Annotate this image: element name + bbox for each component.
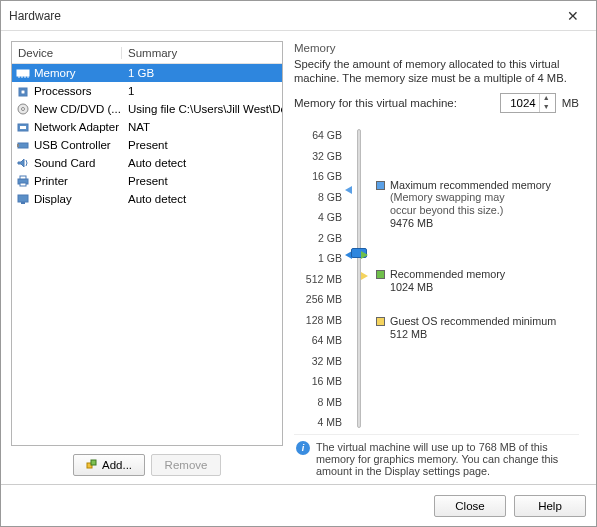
content-area: Device Summary Memory1 GBProcessors1New … bbox=[1, 31, 596, 484]
help-button[interactable]: Help bbox=[514, 495, 586, 517]
dialog-footer: Close Help bbox=[1, 484, 596, 526]
device-name: Network Adapter bbox=[34, 121, 119, 133]
triangle-icon bbox=[345, 186, 352, 194]
legend-max-value: 9476 MB bbox=[390, 217, 551, 230]
device-summary: Present bbox=[122, 175, 282, 187]
tick-label: 16 GB bbox=[294, 170, 342, 182]
device-row[interactable]: USB ControllerPresent bbox=[12, 136, 282, 154]
svg-rect-15 bbox=[20, 176, 26, 179]
device-row[interactable]: Network AdapterNAT bbox=[12, 118, 282, 136]
col-summary-header[interactable]: Summary bbox=[122, 47, 282, 59]
help-label: Help bbox=[538, 500, 562, 512]
sound-icon bbox=[16, 157, 30, 169]
marker-min bbox=[348, 272, 368, 280]
close-icon[interactable]: ✕ bbox=[558, 8, 588, 24]
memory-unit: MB bbox=[562, 97, 579, 109]
svg-rect-6 bbox=[21, 90, 25, 94]
tick-label: 64 MB bbox=[294, 334, 342, 346]
legend-swatch-rec bbox=[376, 270, 385, 279]
device-row[interactable]: PrinterPresent bbox=[12, 172, 282, 190]
device-panel: Device Summary Memory1 GBProcessors1New … bbox=[11, 41, 283, 480]
info-text: The virtual machine will use up to 768 M… bbox=[316, 441, 577, 477]
cpu-icon bbox=[16, 85, 30, 97]
device-name: Sound Card bbox=[34, 157, 95, 169]
device-summary: 1 bbox=[122, 85, 282, 97]
legend-max-sub1: (Memory swapping may bbox=[390, 191, 551, 204]
legend-min-label: Guest OS recommended minimum bbox=[390, 315, 556, 328]
device-row[interactable]: Memory1 GB bbox=[12, 64, 282, 82]
device-summary: Auto detect bbox=[122, 157, 282, 169]
device-name: Printer bbox=[34, 175, 68, 187]
tick-label: 8 GB bbox=[294, 191, 342, 203]
tick-label: 512 MB bbox=[294, 273, 342, 285]
device-summary: Present bbox=[122, 139, 282, 151]
remove-label: Remove bbox=[165, 459, 208, 471]
memory-input[interactable] bbox=[501, 96, 539, 110]
info-note: i The virtual machine will use up to 768… bbox=[294, 434, 579, 479]
svg-rect-12 bbox=[17, 144, 19, 147]
tick-label: 16 MB bbox=[294, 375, 342, 387]
tick-label: 32 GB bbox=[294, 150, 342, 162]
tick-label: 1 GB bbox=[294, 252, 342, 264]
tick-label: 256 MB bbox=[294, 293, 342, 305]
slider-ticks: 64 GB32 GB16 GB8 GB4 GB2 GB1 GB512 MB256… bbox=[294, 127, 342, 430]
usb-icon bbox=[16, 139, 30, 151]
tick-label: 8 MB bbox=[294, 396, 342, 408]
add-icon bbox=[86, 458, 98, 472]
svg-rect-11 bbox=[18, 143, 28, 148]
triangle-icon bbox=[361, 272, 368, 280]
legend-rec-label: Recommended memory bbox=[390, 268, 505, 281]
device-list-header: Device Summary bbox=[12, 42, 282, 64]
device-row[interactable]: New CD/DVD (...Using file C:\Users\Jill … bbox=[12, 100, 282, 118]
tick-label: 4 GB bbox=[294, 211, 342, 223]
device-buttons: Add... Remove bbox=[11, 446, 283, 480]
close-label: Close bbox=[455, 500, 484, 512]
tick-label: 32 MB bbox=[294, 355, 342, 367]
window-title: Hardware bbox=[9, 9, 61, 23]
device-row[interactable]: Processors1 bbox=[12, 82, 282, 100]
memory-panel: Memory Specify the amount of memory allo… bbox=[291, 41, 586, 480]
spinner-up-icon[interactable]: ▲ bbox=[540, 94, 553, 103]
spinner-arrows[interactable]: ▲ ▼ bbox=[539, 94, 553, 112]
marker-max bbox=[348, 186, 368, 194]
remove-button[interactable]: Remove bbox=[151, 454, 221, 476]
device-summary: 1 GB bbox=[122, 67, 282, 79]
col-device-header[interactable]: Device bbox=[12, 47, 122, 59]
device-list: Device Summary Memory1 GBProcessors1New … bbox=[11, 41, 283, 446]
svg-rect-17 bbox=[18, 195, 28, 202]
device-summary: Auto detect bbox=[122, 193, 282, 205]
slider-legend: Maximum recommended memory (Memory swapp… bbox=[376, 127, 579, 430]
device-name: Processors bbox=[34, 85, 92, 97]
device-summary: NAT bbox=[122, 121, 282, 133]
triangle-icon bbox=[361, 251, 368, 259]
device-row[interactable]: Sound CardAuto detect bbox=[12, 154, 282, 172]
add-button[interactable]: Add... bbox=[73, 454, 145, 476]
memory-icon bbox=[16, 67, 30, 79]
memory-spinner[interactable]: ▲ ▼ bbox=[500, 93, 556, 113]
memory-input-row: Memory for this virtual machine: ▲ ▼ MB bbox=[294, 93, 579, 113]
display-icon bbox=[16, 193, 30, 205]
slider-track-column[interactable] bbox=[348, 127, 370, 430]
svg-rect-18 bbox=[21, 202, 25, 204]
memory-group-title: Memory bbox=[294, 42, 579, 54]
device-name: Display bbox=[34, 193, 72, 205]
disc-icon bbox=[16, 103, 30, 115]
svg-rect-10 bbox=[20, 126, 26, 129]
info-icon: i bbox=[296, 441, 310, 455]
device-row[interactable]: DisplayAuto detect bbox=[12, 190, 282, 208]
svg-marker-13 bbox=[18, 159, 24, 167]
device-summary: Using file C:\Users\Jill West\Downl... bbox=[122, 103, 282, 115]
hardware-dialog: Hardware ✕ Device Summary Memory1 GBProc… bbox=[0, 0, 597, 527]
memory-slider-area: 64 GB32 GB16 GB8 GB4 GB2 GB1 GB512 MB256… bbox=[294, 127, 579, 430]
memory-field-label: Memory for this virtual machine: bbox=[294, 97, 494, 109]
spinner-down-icon[interactable]: ▼ bbox=[540, 103, 553, 112]
memory-description: Specify the amount of memory allocated t… bbox=[294, 57, 579, 85]
close-button[interactable]: Close bbox=[434, 495, 506, 517]
device-name: New CD/DVD (... bbox=[34, 103, 121, 115]
device-name: Memory bbox=[34, 67, 76, 79]
legend-rec-value: 1024 MB bbox=[390, 281, 505, 294]
printer-icon bbox=[16, 175, 30, 187]
legend-swatch-min bbox=[376, 317, 385, 326]
titlebar: Hardware ✕ bbox=[1, 1, 596, 31]
tick-label: 4 MB bbox=[294, 416, 342, 428]
